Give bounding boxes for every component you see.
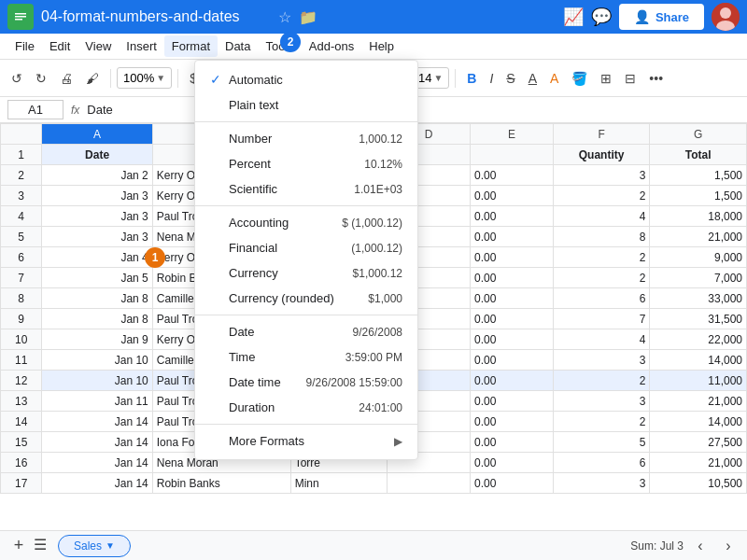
cell-A15[interactable]: Jan 14 (42, 432, 152, 453)
menu-file[interactable]: File (7, 35, 42, 57)
cell-F9[interactable]: 7 (553, 309, 650, 329)
cell-A10[interactable]: Jan 9 (42, 329, 152, 350)
bold-button[interactable]: B (461, 67, 482, 90)
cell-F5[interactable]: 8 (553, 227, 650, 247)
cell-F7[interactable]: 2 (553, 268, 650, 288)
cell-G12[interactable]: 11,000 (650, 371, 747, 391)
cell-A3[interactable]: Jan 3 (42, 186, 152, 206)
dropdown-item[interactable]: Financial(1,000.12) (195, 235, 417, 260)
cell-D17[interactable] (388, 473, 471, 494)
cell-G5[interactable]: 21,000 (650, 227, 747, 247)
cell-f1[interactable]: Quantity (553, 145, 650, 165)
cell-F10[interactable]: 4 (553, 329, 650, 350)
share-button[interactable]: 👤 Share (619, 4, 704, 30)
col-header-a[interactable]: A (42, 124, 152, 145)
more-button[interactable]: ••• (643, 67, 669, 90)
cell-A17[interactable]: Jan 14 (42, 473, 152, 494)
cell-E10[interactable]: 0.00 (471, 329, 554, 350)
cell-A13[interactable]: Jan 11 (42, 391, 152, 412)
merge-button[interactable]: ⊟ (619, 67, 641, 90)
cell-A4[interactable]: Jan 3 (42, 206, 152, 227)
star-icon[interactable]: ☆ (278, 8, 291, 26)
cell-F6[interactable]: 2 (553, 247, 650, 268)
cell-F4[interactable]: 4 (553, 206, 650, 227)
cell-A7[interactable]: Jan 5 (42, 268, 152, 288)
cell-E8[interactable]: 0.00 (471, 288, 554, 309)
cell-G2[interactable]: 1,500 (650, 165, 747, 186)
col-header-g[interactable]: G (650, 124, 747, 145)
zoom-dropdown[interactable]: 100% ▼ (117, 67, 172, 89)
menu-help[interactable]: Help (361, 35, 402, 57)
avatar[interactable] (712, 3, 740, 31)
col-header-e[interactable]: E (471, 124, 554, 145)
cell-E14[interactable]: 0.00 (471, 412, 554, 432)
sheet-tab-sales[interactable]: Sales ▼ (58, 535, 131, 557)
cell-F17[interactable]: 3 (553, 473, 650, 494)
dropdown-item[interactable]: ✓Automatic (195, 66, 417, 92)
paint-format-button[interactable]: 🖌 (80, 67, 105, 90)
cell-g1[interactable]: Total (650, 145, 747, 165)
cell-E15[interactable]: 0.00 (471, 432, 554, 453)
cell-G3[interactable]: 1,500 (650, 186, 747, 206)
cell-G10[interactable]: 22,000 (650, 329, 747, 350)
cell-G4[interactable]: 18,000 (650, 206, 747, 227)
dropdown-item[interactable]: Scientific1.01E+03 (195, 176, 417, 202)
cell-E13[interactable]: 0.00 (471, 391, 554, 412)
dropdown-item[interactable]: Accounting$ (1,000.12) (195, 210, 417, 235)
cell-A14[interactable]: Jan 14 (42, 412, 152, 432)
dropdown-item[interactable]: Duration24:01:00 (195, 395, 417, 420)
cell-C17[interactable]: Minn (290, 473, 388, 494)
cell-G6[interactable]: 9,000 (650, 247, 747, 268)
dropdown-item[interactable]: Date time9/26/2008 15:59:00 (195, 370, 417, 395)
cell-F2[interactable]: 3 (553, 165, 650, 186)
folder-icon[interactable]: 📁 (299, 8, 317, 26)
cell-F3[interactable]: 2 (553, 186, 650, 206)
menu-view[interactable]: View (78, 35, 119, 57)
cell-F14[interactable]: 2 (553, 412, 650, 432)
add-sheet-button[interactable]: + (7, 535, 30, 557)
cell-E7[interactable]: 0.00 (471, 268, 554, 288)
cell-F16[interactable]: 6 (553, 453, 650, 473)
cell-A8[interactable]: Jan 8 (42, 288, 152, 309)
cell-G11[interactable]: 14,000 (650, 350, 747, 371)
menu-insert[interactable]: Insert (119, 35, 164, 57)
redo-button[interactable]: ↻ (30, 67, 52, 90)
cell-E12[interactable]: 0.00 (471, 371, 554, 391)
cell-E16[interactable]: 0.00 (471, 453, 554, 473)
menu-edit[interactable]: Edit (42, 35, 78, 57)
dropdown-item[interactable]: Time3:59:00 PM (195, 344, 417, 370)
cell-F13[interactable]: 3 (553, 391, 650, 412)
cell-reference[interactable] (7, 100, 63, 119)
cell-E11[interactable]: 0.00 (471, 350, 554, 371)
italic-button[interactable]: I (484, 67, 499, 90)
cell-G7[interactable]: 7,000 (650, 268, 747, 288)
cell-E17[interactable]: 0.00 (471, 473, 554, 494)
comment-icon[interactable]: 💬 (591, 7, 612, 27)
cell-E9[interactable]: 0.00 (471, 309, 554, 329)
cell-G8[interactable]: 33,000 (650, 288, 747, 309)
highlight-button[interactable]: 🪣 (566, 67, 593, 90)
dropdown-item[interactable]: Currency$1,000.12 (195, 260, 417, 286)
menu-format[interactable]: Format (164, 35, 218, 57)
cell-E2[interactable]: 0.00 (471, 165, 554, 186)
cell-E5[interactable]: 0.00 (471, 227, 554, 247)
nav-left-button[interactable]: ‹ (689, 535, 712, 557)
cell-a1[interactable]: Date (42, 145, 152, 165)
dropdown-item[interactable]: Plain text (195, 92, 417, 118)
menu-addons[interactable]: Add-ons (302, 35, 361, 57)
cell-E4[interactable]: 0.00 (471, 206, 554, 227)
cell-A11[interactable]: Jan 10 (42, 350, 152, 371)
dropdown-item[interactable]: Percent10.12% (195, 151, 417, 176)
cell-E6[interactable]: 0.00 (471, 247, 554, 268)
cell-F12[interactable]: 2 (553, 371, 650, 391)
cell-A2[interactable]: Jan 2 (42, 165, 152, 186)
cell-B17[interactable]: Robin Banks (152, 473, 290, 494)
cell-G14[interactable]: 14,000 (650, 412, 747, 432)
undo-button[interactable]: ↺ (6, 67, 28, 90)
dropdown-item[interactable]: Currency (rounded)$1,000 (195, 286, 417, 311)
nav-right-button[interactable]: › (717, 535, 740, 557)
cell-F11[interactable]: 3 (553, 350, 650, 371)
cell-G17[interactable]: 10,500 (650, 473, 747, 494)
cell-G9[interactable]: 31,500 (650, 309, 747, 329)
cell-E3[interactable]: 0.00 (471, 186, 554, 206)
